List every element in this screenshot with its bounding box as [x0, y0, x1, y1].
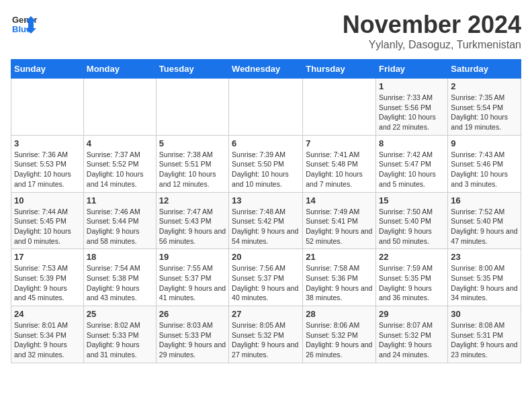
day-info: Sunrise: 7:55 AM Sunset: 5:37 PM Dayligh… [159, 263, 226, 303]
calendar-cell: 7Sunrise: 7:41 AM Sunset: 5:48 PM Daylig… [303, 135, 376, 192]
week-row-3: 10Sunrise: 7:44 AM Sunset: 5:45 PM Dayli… [11, 192, 521, 249]
calendar-cell: 16Sunrise: 7:52 AM Sunset: 5:40 PM Dayli… [448, 192, 521, 249]
day-number: 8 [379, 138, 445, 148]
day-number: 22 [379, 252, 445, 262]
day-number: 12 [159, 195, 226, 205]
day-info: Sunrise: 7:59 AM Sunset: 5:35 PM Dayligh… [379, 263, 445, 303]
calendar-cell: 9Sunrise: 7:43 AM Sunset: 5:46 PM Daylig… [448, 135, 521, 192]
weekday-header-saturday: Saturday [448, 60, 521, 79]
calendar-cell: 25Sunrise: 8:02 AM Sunset: 5:33 PM Dayli… [83, 306, 156, 363]
weekday-header-monday: Monday [83, 60, 156, 79]
week-row-5: 24Sunrise: 8:01 AM Sunset: 5:34 PM Dayli… [11, 306, 521, 363]
calendar-cell: 17Sunrise: 7:53 AM Sunset: 5:39 PM Dayli… [11, 249, 84, 306]
title-area: November 2024 Yylanly, Dasoguz, Turkmeni… [343, 11, 521, 51]
calendar-cell: 20Sunrise: 7:56 AM Sunset: 5:37 PM Dayli… [229, 249, 303, 306]
day-number: 17 [14, 252, 81, 262]
day-info: Sunrise: 7:46 AM Sunset: 5:44 PM Dayligh… [87, 207, 153, 246]
week-row-1: 1Sunrise: 7:33 AM Sunset: 5:56 PM Daylig… [11, 79, 521, 136]
day-number: 28 [306, 309, 373, 319]
calendar-cell: 1Sunrise: 7:33 AM Sunset: 5:56 PM Daylig… [376, 79, 448, 136]
weekday-header-row: SundayMondayTuesdayWednesdayThursdayFrid… [11, 60, 521, 79]
week-row-4: 17Sunrise: 7:53 AM Sunset: 5:39 PM Dayli… [11, 249, 521, 306]
calendar-cell [156, 79, 228, 136]
day-info: Sunrise: 8:07 AM Sunset: 5:32 PM Dayligh… [379, 320, 445, 360]
day-number: 13 [232, 195, 300, 205]
calendar-cell: 5Sunrise: 7:38 AM Sunset: 5:51 PM Daylig… [156, 135, 228, 192]
calendar-cell: 26Sunrise: 8:03 AM Sunset: 5:33 PM Dayli… [156, 306, 228, 363]
day-info: Sunrise: 7:48 AM Sunset: 5:42 PM Dayligh… [232, 207, 300, 246]
calendar-cell: 3Sunrise: 7:36 AM Sunset: 5:53 PM Daylig… [11, 135, 84, 192]
calendar-cell: 27Sunrise: 8:05 AM Sunset: 5:32 PM Dayli… [229, 306, 303, 363]
calendar-cell [303, 79, 376, 136]
calendar-cell: 19Sunrise: 7:55 AM Sunset: 5:37 PM Dayli… [156, 249, 228, 306]
calendar-cell: 28Sunrise: 8:06 AM Sunset: 5:32 PM Dayli… [303, 306, 376, 363]
day-info: Sunrise: 7:49 AM Sunset: 5:41 PM Dayligh… [306, 207, 373, 246]
day-info: Sunrise: 7:38 AM Sunset: 5:51 PM Dayligh… [159, 150, 226, 189]
weekday-header-friday: Friday [376, 60, 448, 79]
day-number: 16 [451, 195, 518, 205]
calendar-cell: 22Sunrise: 7:59 AM Sunset: 5:35 PM Dayli… [376, 249, 448, 306]
weekday-header-sunday: Sunday [11, 60, 84, 79]
day-number: 11 [87, 195, 153, 205]
calendar-cell: 14Sunrise: 7:49 AM Sunset: 5:41 PM Dayli… [303, 192, 376, 249]
calendar-cell: 2Sunrise: 7:35 AM Sunset: 5:54 PM Daylig… [448, 79, 521, 136]
day-number: 27 [232, 309, 300, 319]
day-number: 20 [232, 252, 300, 262]
calendar-table: SundayMondayTuesdayWednesdayThursdayFrid… [11, 59, 521, 363]
day-number: 3 [14, 138, 81, 148]
day-info: Sunrise: 8:05 AM Sunset: 5:32 PM Dayligh… [232, 320, 300, 360]
calendar-cell: 11Sunrise: 7:46 AM Sunset: 5:44 PM Dayli… [83, 192, 156, 249]
day-number: 19 [159, 252, 226, 262]
logo: General Blue [11, 11, 40, 38]
day-number: 21 [306, 252, 373, 262]
day-number: 10 [14, 195, 81, 205]
day-info: Sunrise: 8:00 AM Sunset: 5:35 PM Dayligh… [451, 263, 518, 303]
day-info: Sunrise: 7:37 AM Sunset: 5:52 PM Dayligh… [87, 150, 153, 189]
day-info: Sunrise: 7:36 AM Sunset: 5:53 PM Dayligh… [14, 150, 81, 189]
day-info: Sunrise: 8:02 AM Sunset: 5:33 PM Dayligh… [87, 320, 153, 360]
week-row-2: 3Sunrise: 7:36 AM Sunset: 5:53 PM Daylig… [11, 135, 521, 192]
day-info: Sunrise: 8:08 AM Sunset: 5:31 PM Dayligh… [451, 320, 518, 360]
logo-icon: General Blue [11, 11, 38, 38]
calendar-cell: 23Sunrise: 8:00 AM Sunset: 5:35 PM Dayli… [448, 249, 521, 306]
calendar-cell: 30Sunrise: 8:08 AM Sunset: 5:31 PM Dayli… [448, 306, 521, 363]
day-number: 29 [379, 309, 445, 319]
day-info: Sunrise: 7:41 AM Sunset: 5:48 PM Dayligh… [306, 150, 373, 189]
calendar-cell [83, 79, 156, 136]
calendar-cell: 18Sunrise: 7:54 AM Sunset: 5:38 PM Dayli… [83, 249, 156, 306]
day-number: 5 [159, 138, 226, 148]
day-info: Sunrise: 8:03 AM Sunset: 5:33 PM Dayligh… [159, 320, 226, 360]
day-info: Sunrise: 7:58 AM Sunset: 5:36 PM Dayligh… [306, 263, 373, 303]
day-number: 4 [87, 138, 153, 148]
calendar-cell: 24Sunrise: 8:01 AM Sunset: 5:34 PM Dayli… [11, 306, 84, 363]
location-subtitle: Yylanly, Dasoguz, Turkmenistan [343, 39, 521, 51]
day-info: Sunrise: 7:42 AM Sunset: 5:47 PM Dayligh… [379, 150, 445, 189]
day-number: 15 [379, 195, 445, 205]
calendar-cell: 13Sunrise: 7:48 AM Sunset: 5:42 PM Dayli… [229, 192, 303, 249]
day-number: 23 [451, 252, 518, 262]
calendar-cell [229, 79, 303, 136]
day-number: 1 [379, 81, 445, 91]
day-info: Sunrise: 7:53 AM Sunset: 5:39 PM Dayligh… [14, 263, 81, 303]
calendar-cell: 6Sunrise: 7:39 AM Sunset: 5:50 PM Daylig… [229, 135, 303, 192]
day-info: Sunrise: 7:35 AM Sunset: 5:54 PM Dayligh… [451, 93, 518, 132]
day-info: Sunrise: 7:52 AM Sunset: 5:40 PM Dayligh… [451, 207, 518, 246]
calendar-cell: 4Sunrise: 7:37 AM Sunset: 5:52 PM Daylig… [83, 135, 156, 192]
day-info: Sunrise: 7:39 AM Sunset: 5:50 PM Dayligh… [232, 150, 300, 189]
day-number: 25 [87, 309, 153, 319]
calendar-cell: 21Sunrise: 7:58 AM Sunset: 5:36 PM Dayli… [303, 249, 376, 306]
day-info: Sunrise: 7:47 AM Sunset: 5:43 PM Dayligh… [159, 207, 226, 246]
day-info: Sunrise: 7:43 AM Sunset: 5:46 PM Dayligh… [451, 150, 518, 189]
day-number: 2 [451, 81, 518, 91]
calendar-cell [11, 79, 84, 136]
calendar-cell: 10Sunrise: 7:44 AM Sunset: 5:45 PM Dayli… [11, 192, 84, 249]
calendar-cell: 8Sunrise: 7:42 AM Sunset: 5:47 PM Daylig… [376, 135, 448, 192]
day-number: 26 [159, 309, 226, 319]
weekday-header-wednesday: Wednesday [229, 60, 303, 79]
weekday-header-tuesday: Tuesday [156, 60, 228, 79]
weekday-header-thursday: Thursday [303, 60, 376, 79]
day-info: Sunrise: 7:56 AM Sunset: 5:37 PM Dayligh… [232, 263, 300, 303]
month-title: November 2024 [343, 11, 521, 39]
day-number: 18 [87, 252, 153, 262]
day-info: Sunrise: 8:06 AM Sunset: 5:32 PM Dayligh… [306, 320, 373, 360]
